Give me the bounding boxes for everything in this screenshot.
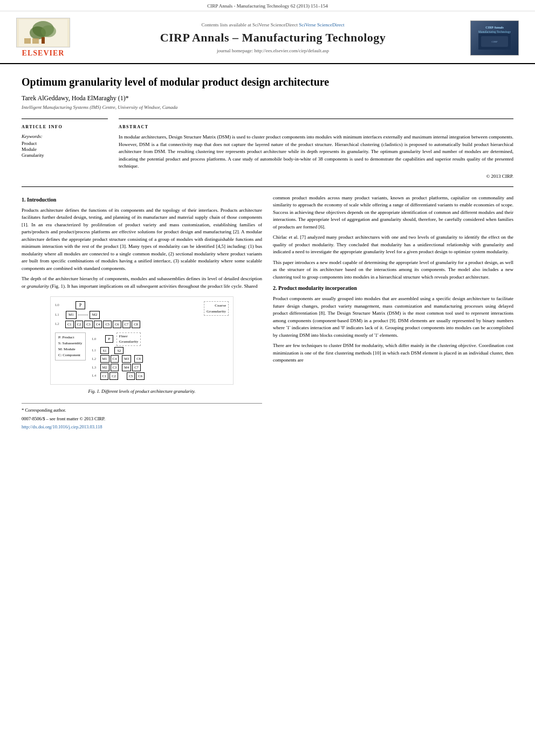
abstract-section: ABSTRACT In modular architectures, Desig… — [119, 119, 513, 179]
journal-homepage: journal homepage: http://ees.elsevier.co… — [86, 48, 459, 53]
right-para-1: common product modules across many produ… — [273, 195, 513, 231]
affiliation-line: Intelligent Manufacturing Systems (IMS) … — [22, 105, 513, 110]
figure-1-area: L0 P L1 M1 M2 — [22, 296, 262, 394]
sciverse-line: Contents lists available at SciVerse Sci… — [86, 22, 459, 27]
citation-text: CIRP Annals - Manufacturing Technology 6… — [207, 3, 328, 9]
keywords-label: Keywords: — [22, 134, 108, 139]
section-divider — [22, 186, 513, 187]
svg-rect-4 — [42, 37, 45, 44]
article-info-box: ARTICLE INFO Keywords: Product Module Gr… — [22, 119, 108, 158]
section1-heading: 1. Introduction — [22, 196, 262, 204]
sciverse-link[interactable]: SciVerse ScienceDirect — [299, 22, 344, 27]
journal-title: CIRP Annals – Manufacturing Technology — [86, 31, 459, 45]
corresponding-note: * Corresponding author. — [22, 407, 262, 414]
journal-title-area: Contents lists available at SciVerse Sci… — [76, 22, 470, 53]
main-content: Optimum granularity level of modular pro… — [0, 64, 535, 441]
article-title: Optimum granularity level of modular pro… — [22, 75, 513, 89]
abstract-column: ABSTRACT In modular architectures, Desig… — [119, 119, 513, 179]
keyword-product: Product — [22, 141, 108, 146]
elsevier-logo: ELSEVIER — [11, 18, 76, 58]
svg-rect-5 — [24, 38, 31, 44]
authors-line: Tarek AlGeddawy, Hoda ElMaraghy (1)* — [22, 94, 513, 102]
section2-para-1: Product components are usually grouped i… — [273, 295, 513, 339]
journal-cover-thumbnail: CIRP Annals Manufacturing Technology CIR… — [470, 20, 519, 56]
article-info-header: ARTICLE INFO — [22, 124, 108, 129]
abstract-header: ABSTRACT — [119, 124, 513, 129]
figure-1-diagram: L0 P L1 M1 M2 — [50, 296, 234, 385]
journal-citation-bar: CIRP Annals - Manufacturing Technology 6… — [0, 0, 535, 11]
svg-text:CIRP: CIRP — [491, 40, 497, 43]
abstract-text: In modular architectures, Design Structu… — [119, 134, 513, 170]
doi-note: http://dx.doi.org/10.1016/j.cirp.2013.03… — [22, 424, 262, 431]
right-para-2: Chirlac et al. [7] analyzed many product… — [273, 234, 513, 256]
body-left-column: 1. Introduction Products architecture de… — [22, 195, 262, 431]
journal-cover-area: CIRP Annals Manufacturing Technology CIR… — [470, 20, 524, 56]
article-info-abstract-row: ARTICLE INFO Keywords: Product Module Gr… — [22, 119, 513, 179]
svg-rect-6 — [32, 38, 39, 44]
journal-header: ELSEVIER Contents lists available at Sci… — [0, 11, 535, 64]
elsevier-tree-image — [16, 18, 70, 47]
right-para-3: This paper introduces a new model capabl… — [273, 259, 513, 281]
svg-point-3 — [41, 25, 56, 37]
keyword-module: Module — [22, 147, 108, 152]
intro-para-2: The depth of the architecture hierarchy … — [22, 275, 262, 290]
body-right-column: common product modules across many produ… — [273, 195, 513, 431]
section2-para-2: There are few techniques to cluster DSM … — [273, 342, 513, 364]
keyword-granularity: Granularity — [22, 152, 108, 158]
elsevier-brand-text: ELSEVIER — [22, 49, 65, 58]
footnote-area: * Corresponding author. 0007-8506/$ – se… — [22, 403, 262, 430]
body-columns: 1. Introduction Products architecture de… — [22, 195, 513, 431]
figure-1-caption: Fig. 1. Different levels of product arch… — [88, 388, 196, 395]
intro-para-1: Products architecture defines the functi… — [22, 207, 262, 273]
issn-note: 0007-8506/$ – see front matter © 2013 CI… — [22, 415, 262, 422]
publisher-logo-area: ELSEVIER — [11, 18, 76, 58]
article-info-column: ARTICLE INFO Keywords: Product Module Gr… — [22, 119, 108, 179]
section2-heading: 2. Product modularity incorporation — [273, 284, 513, 292]
copyright-line: © 2013 CIRP. — [119, 174, 513, 179]
